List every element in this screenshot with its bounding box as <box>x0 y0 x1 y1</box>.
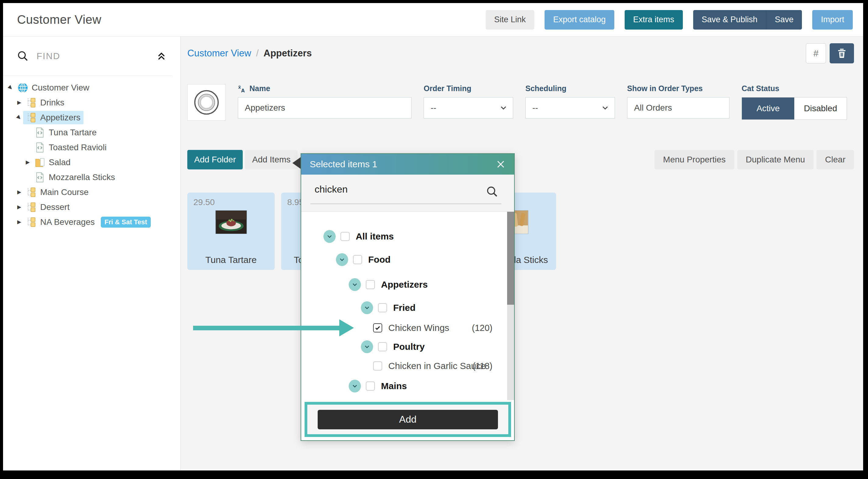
tree-leaf-chicken-in-garlic-sauce: Chicken in Garlic Sauce (118) <box>301 359 507 373</box>
hash-button[interactable]: # <box>806 43 826 63</box>
collapse-tree-icon[interactable] <box>157 51 166 61</box>
node-checkbox[interactable] <box>353 255 362 264</box>
check-icon <box>374 325 381 331</box>
item-icon <box>35 142 45 153</box>
delete-button[interactable] <box>830 43 854 63</box>
sidebar-item-main-course[interactable]: ▶ Main Course <box>3 185 180 200</box>
tree-label: Customer View <box>32 83 89 93</box>
tree-label: Drinks <box>40 98 64 108</box>
cat-status-active-option[interactable]: Active <box>742 97 794 119</box>
close-button[interactable] <box>495 158 507 170</box>
tree-label: Toasted Ravioli <box>49 143 106 152</box>
save-button[interactable]: Save <box>766 10 802 30</box>
modal-title: Selected items 1 <box>310 159 377 170</box>
sidebar-item-tuna-tartare[interactable]: Tuna Tartare <box>3 125 180 140</box>
find-input[interactable] <box>36 51 157 61</box>
item-card-tuna-tartare[interactable]: 29.50 Tuna Tartare <box>187 192 275 270</box>
expand-arrow-icon[interactable]: ▶ <box>24 159 32 166</box>
sidebar-search-row <box>3 36 180 76</box>
sidebar-item-drinks[interactable]: ▶ Drinks <box>3 95 180 110</box>
modal-pointer-icon <box>292 157 301 169</box>
clear-button[interactable]: Clear <box>816 150 854 170</box>
annotation-arrow <box>193 326 340 330</box>
collapse-node-icon[interactable] <box>336 253 348 266</box>
add-folder-button[interactable]: Add Folder <box>187 150 243 170</box>
app-window: Customer View Site Link Export catalog E… <box>3 3 863 471</box>
breadcrumb-current: Appetizers <box>264 48 312 59</box>
show-in-order-types-label: Show in Order Types <box>627 84 703 93</box>
collapse-node-icon[interactable] <box>361 301 373 314</box>
chevron-down-icon <box>351 281 359 288</box>
item-icon <box>35 127 45 138</box>
extra-items-button[interactable]: Extra items <box>625 10 683 30</box>
search-icon <box>17 50 29 62</box>
tree-label: Salad <box>49 157 71 167</box>
node-checkbox-checked[interactable] <box>373 323 382 332</box>
scrollbar-thumb[interactable] <box>507 212 514 305</box>
category-icon <box>26 97 36 108</box>
save-publish-button[interactable]: Save & Publish <box>693 10 766 30</box>
name-field[interactable] <box>245 103 404 113</box>
breadcrumb-separator: / <box>256 48 259 59</box>
modal-search-section <box>301 175 514 212</box>
menu-properties-button[interactable]: Menu Properties <box>654 150 734 170</box>
tree-label: Dessert <box>40 202 69 212</box>
expand-arrow-icon[interactable]: ▶ <box>15 204 23 210</box>
collapse-node-icon[interactable] <box>349 380 361 392</box>
sidebar-item-na-beverages[interactable]: ▶ NA Beverages Fri & Sat Test <box>3 214 180 230</box>
actions-row: Add Folder Add Items Menu Properties Dup… <box>187 150 854 170</box>
expand-arrow-icon[interactable]: ▶ <box>15 219 23 225</box>
sidebar-item-dessert[interactable]: ▶ Dessert <box>3 200 180 214</box>
chevron-down-icon <box>351 382 359 390</box>
expand-arrow-icon[interactable]: ▶ <box>15 99 23 106</box>
modal-scrollbar[interactable] <box>507 212 514 400</box>
tree-node-fried: Fried <box>301 301 507 315</box>
expand-arrow-icon[interactable]: ▶ <box>14 113 24 122</box>
node-checkbox[interactable] <box>378 342 387 351</box>
screenshot-frame: Customer View Site Link Export catalog E… <box>0 0 868 479</box>
site-link-button[interactable]: Site Link <box>486 10 534 30</box>
cat-status-disabled-option[interactable]: Disabled <box>794 97 847 119</box>
duplicate-menu-button[interactable]: Duplicate Menu <box>737 150 814 170</box>
breadcrumb-parent-link[interactable]: Customer View <box>187 48 251 59</box>
tree-node-all-items: All items <box>301 230 507 243</box>
sidebar-item-appetizers[interactable]: ▶ Appetizers <box>3 110 180 125</box>
node-checkbox[interactable] <box>366 382 375 391</box>
modal-add-button[interactable]: Add <box>318 410 498 429</box>
sidebar-item-customer-view[interactable]: ▶ Customer View <box>3 80 180 95</box>
expand-arrow-icon[interactable]: ▶ <box>5 83 16 93</box>
collapse-node-icon[interactable] <box>361 340 373 353</box>
node-checkbox[interactable] <box>341 232 350 241</box>
add-items-button[interactable]: Add Items <box>245 150 298 170</box>
collapse-node-icon[interactable] <box>323 230 336 243</box>
sidebar-item-salad[interactable]: ▶ Salad <box>3 155 180 170</box>
breadcrumb: Customer View / Appetizers # <box>187 43 854 64</box>
scheduling-label: Scheduling <box>525 84 566 93</box>
export-catalog-button[interactable]: Export catalog <box>545 10 614 30</box>
tree-node-food: Food <box>301 253 507 266</box>
node-checkbox[interactable] <box>378 303 387 312</box>
schedule-badge: Fri & Sat Test <box>101 217 151 228</box>
node-checkbox[interactable] <box>373 361 382 370</box>
app-header: Customer View Site Link Export catalog E… <box>3 3 863 36</box>
collapse-node-icon[interactable] <box>349 278 361 291</box>
import-button[interactable]: Import <box>812 10 853 30</box>
search-icon[interactable] <box>486 186 498 198</box>
modal-search-input[interactable] <box>315 184 448 195</box>
node-checkbox[interactable] <box>366 280 375 289</box>
chevron-down-icon <box>326 233 333 240</box>
trash-icon <box>836 48 847 59</box>
sidebar-item-toasted-ravioli[interactable]: Toasted Ravioli <box>3 140 180 155</box>
item-count: (118) <box>472 361 493 371</box>
order-timing-label: Order Timing <box>424 84 471 93</box>
scheduling-select[interactable]: -- <box>525 97 615 119</box>
show-in-order-types-field[interactable]: All Orders <box>627 97 730 119</box>
expand-arrow-icon[interactable]: ▶ <box>15 189 23 195</box>
chevron-down-icon <box>499 103 508 113</box>
category-icon <box>26 202 36 212</box>
translate-icon[interactable] <box>238 84 246 93</box>
order-timing-select[interactable]: -- <box>424 97 513 119</box>
sidebar-item-mozzarella-sticks[interactable]: Mozzarella Sticks <box>3 170 180 185</box>
tree-node-poultry: Poultry <box>301 340 507 354</box>
category-image-placeholder[interactable] <box>187 84 226 121</box>
